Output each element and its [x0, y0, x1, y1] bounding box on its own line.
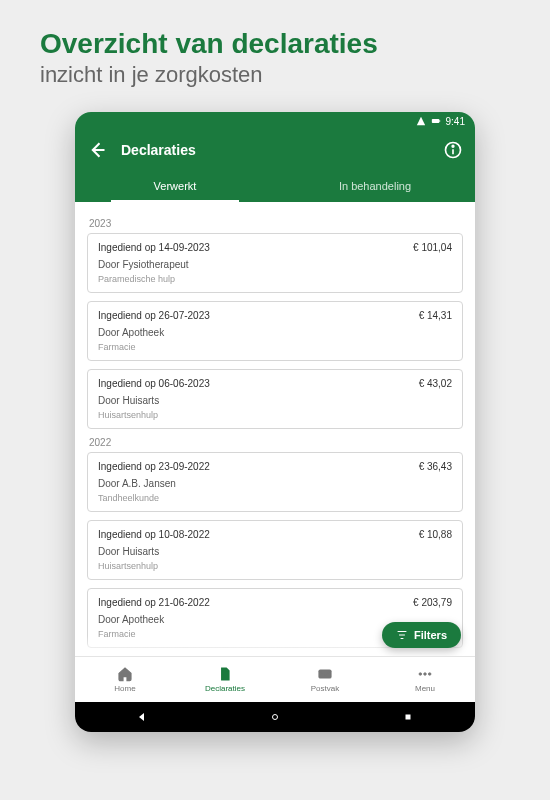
tab-in-behandeling[interactable]: In behandeling: [275, 170, 475, 202]
card-category: Huisartsenhulp: [98, 561, 452, 571]
promo-title: Overzicht van declaraties: [0, 0, 550, 62]
tabs: Verwerkt In behandeling: [75, 170, 475, 202]
card-category: Huisartsenhulp: [98, 410, 452, 420]
tablet-frame: 9:41 Declaraties Verwerkt In behandeling…: [75, 112, 475, 732]
card-category: Farmacie: [98, 342, 452, 352]
declaration-card[interactable]: Ingediend op 26-07-2023€ 14,31 Door Apot…: [87, 301, 463, 361]
card-amount: € 43,02: [419, 378, 452, 389]
card-by: Door Apotheek: [98, 327, 452, 338]
nav-item-declaraties[interactable]: Declaraties: [175, 657, 275, 702]
info-button[interactable]: [443, 140, 463, 160]
nav-item-postvak[interactable]: Postvak: [275, 657, 375, 702]
svg-point-9: [272, 715, 277, 720]
card-amount: € 203,79: [413, 597, 452, 608]
card-by: Door Fysiotherapeut: [98, 259, 452, 270]
page-title: Declaraties: [121, 142, 443, 158]
filters-button[interactable]: Filters: [382, 622, 461, 648]
year-label: 2023: [89, 218, 461, 229]
nav-item-home[interactable]: Home: [75, 657, 175, 702]
nav-item-label: Postvak: [311, 684, 339, 693]
card-amount: € 10,88: [419, 529, 452, 540]
status-bar: 9:41: [75, 112, 475, 130]
arrow-left-icon: [87, 140, 107, 160]
dots-icon: [417, 666, 433, 682]
card-by: Door Huisarts: [98, 395, 452, 406]
battery-icon: [431, 116, 441, 126]
nav-item-menu[interactable]: Menu: [375, 657, 475, 702]
promo-subtitle: inzicht in je zorgkosten: [0, 62, 550, 112]
card-amount: € 101,04: [413, 242, 452, 253]
filters-label: Filters: [414, 629, 447, 641]
svg-point-7: [424, 673, 427, 676]
card-submitted: Ingediend op 06-06-2023: [98, 378, 210, 389]
nav-back-icon[interactable]: [136, 711, 148, 723]
card-category: Paramedische hulp: [98, 274, 452, 284]
card-by: Door A.B. Jansen: [98, 478, 452, 489]
card-submitted: Ingediend op 23-09-2022: [98, 461, 210, 472]
card-amount: € 36,43: [419, 461, 452, 472]
svg-point-4: [452, 145, 454, 147]
declaration-card[interactable]: Ingediend op 06-06-2023€ 43,02 Door Huis…: [87, 369, 463, 429]
card-category: Tandheelkunde: [98, 493, 452, 503]
back-button[interactable]: [87, 140, 107, 160]
nav-item-label: Declaraties: [205, 684, 245, 693]
status-time: 9:41: [446, 116, 465, 127]
app-bar: Declaraties: [75, 130, 475, 170]
system-nav: [75, 702, 475, 732]
card-submitted: Ingediend op 10-08-2022: [98, 529, 210, 540]
svg-rect-0: [431, 119, 439, 123]
home-icon: [117, 666, 133, 682]
filter-icon: [396, 629, 408, 641]
declaration-card[interactable]: Ingediend op 10-08-2022€ 10,88 Door Huis…: [87, 520, 463, 580]
svg-rect-1: [439, 120, 440, 122]
declaration-card[interactable]: Ingediend op 14-09-2023€ 101,04 Door Fys…: [87, 233, 463, 293]
nav-item-label: Menu: [415, 684, 435, 693]
card-submitted: Ingediend op 26-07-2023: [98, 310, 210, 321]
card-submitted: Ingediend op 21-06-2022: [98, 597, 210, 608]
info-icon: [443, 140, 463, 160]
card-by: Door Huisarts: [98, 546, 452, 557]
document-icon: [217, 666, 233, 682]
year-label: 2022: [89, 437, 461, 448]
nav-recent-icon[interactable]: [402, 711, 414, 723]
signal-icon: [416, 116, 426, 126]
nav-home-icon[interactable]: [269, 711, 281, 723]
card-submitted: Ingediend op 14-09-2023: [98, 242, 210, 253]
card-amount: € 14,31: [419, 310, 452, 321]
svg-point-8: [428, 673, 431, 676]
declaration-list: 2023 Ingediend op 14-09-2023€ 101,04 Doo…: [75, 202, 475, 656]
svg-rect-10: [406, 715, 411, 720]
tab-verwerkt[interactable]: Verwerkt: [75, 170, 275, 202]
nav-item-label: Home: [114, 684, 135, 693]
svg-point-6: [419, 673, 422, 676]
bottom-nav: Home Declaraties Postvak Menu: [75, 656, 475, 702]
declaration-card[interactable]: Ingediend op 23-09-2022€ 36,43 Door A.B.…: [87, 452, 463, 512]
mail-icon: [317, 666, 333, 682]
